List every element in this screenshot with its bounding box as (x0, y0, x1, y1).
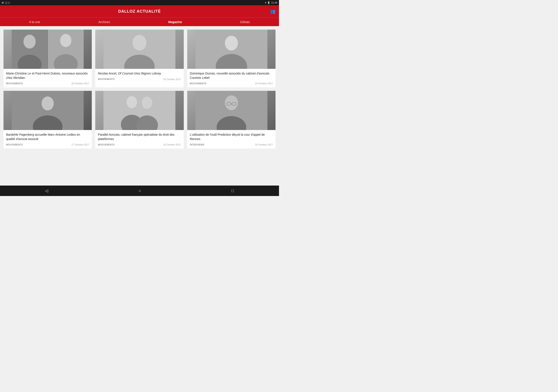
article-svg-5 (95, 91, 183, 130)
nav-item-debats[interactable]: Débats (236, 18, 254, 26)
main-nav: A la une Archives Magazine Débats (0, 17, 279, 26)
svg-point-20 (142, 97, 152, 109)
svg-point-9 (132, 35, 147, 51)
article-category-4: MOUVEMENTS (6, 144, 23, 146)
svg-point-5 (60, 34, 71, 47)
article-title-5: Parallel Avocats, cabinet français spéci… (98, 133, 181, 141)
article-card-5[interactable]: Parallel Avocats, cabinet français spéci… (95, 91, 183, 149)
nav-item-archives[interactable]: Archives (94, 18, 114, 26)
android-icon-2: ❑ (5, 1, 7, 4)
app-title: DALLOZ ACTUALITÉ (118, 9, 161, 14)
article-meta-6: INTERVIEWS 16 Octobre 2017 (190, 143, 273, 146)
article-image-4 (3, 91, 92, 130)
article-title-3: Dominique Dumas, nouvelle associée du ca… (190, 71, 273, 80)
svg-point-18 (127, 96, 137, 108)
article-category-3: MOUVEMENTS (190, 82, 207, 85)
article-meta-1: MOUVEMENTS 26 Octobre 2017 (6, 82, 89, 85)
article-date-5: 16 Octobre 2017 (163, 143, 181, 146)
article-category-5: MOUVEMENTS (98, 144, 115, 146)
app-header: DALLOZ ACTUALITÉ 👥 (0, 5, 279, 17)
svg-point-15 (42, 96, 54, 111)
article-body-1: Marie-Christine Le et Paul-Henri Dubois,… (3, 69, 92, 87)
status-right-icons: ▾ 🔋 11:34 (265, 1, 277, 4)
article-title-4: Bardehle Pagenberg accueille Marc-Antoin… (6, 133, 89, 141)
article-svg-3 (187, 30, 276, 69)
nav-item-a-la-une[interactable]: A la une (25, 18, 45, 26)
back-button[interactable]: ◁ (45, 188, 48, 193)
article-body-5: Parallel Avocats, cabinet français spéci… (95, 130, 183, 149)
main-content: Marie-Christine Le et Paul-Henri Dubois,… (0, 26, 279, 186)
article-image-2 (95, 30, 183, 69)
article-image-6 (187, 91, 276, 130)
article-title-1: Marie-Christine Le et Paul-Henri Dubois,… (6, 71, 89, 80)
article-title-6: L'utilisation de l'outil Predictice déço… (190, 133, 273, 141)
article-svg-6 (187, 91, 276, 130)
article-svg-1 (3, 30, 92, 69)
article-title-2: Nicolas Ancel, Of Counsel chez Bignon Le… (98, 71, 181, 76)
article-date-6: 16 Octobre 2017 (255, 143, 273, 146)
status-bar: ⊞ ❑ ▷ ▾ 🔋 11:34 (0, 0, 279, 5)
article-meta-4: MOUVEMENTS 17 Octobre 2017 (6, 143, 89, 146)
home-button[interactable]: ○ (139, 189, 141, 193)
bottom-nav-bar: ◁ ○ □ (0, 186, 279, 196)
article-meta-3: MOUVEMENTS 24 Octobre 2017 (190, 82, 273, 85)
svg-point-3 (24, 35, 36, 49)
article-svg-4 (3, 91, 92, 130)
recent-apps-button[interactable]: □ (231, 189, 234, 193)
article-body-2: Nicolas Ancel, Of Counsel chez Bignon Le… (95, 69, 183, 83)
article-date-2: 25 Octobre 2017 (163, 78, 181, 81)
status-left-icons: ⊞ ❑ ▷ (2, 1, 10, 4)
articles-grid: Marie-Christine Le et Paul-Henri Dubois,… (3, 30, 276, 149)
article-category-6: INTERVIEWS (190, 144, 204, 146)
wifi-icon: ▾ (265, 1, 266, 4)
battery-icon: 🔋 (267, 1, 270, 4)
article-body-4: Bardehle Pagenberg accueille Marc-Antoin… (3, 130, 92, 149)
article-card-4[interactable]: Bardehle Pagenberg accueille Marc-Antoin… (3, 91, 92, 149)
nav-item-magazine[interactable]: Magazine (164, 18, 186, 26)
android-icon-1: ⊞ (2, 1, 4, 4)
time-display: 11:34 (271, 1, 277, 4)
android-icon-3: ▷ (9, 1, 10, 4)
article-date-1: 26 Octobre 2017 (71, 82, 89, 85)
article-card-3[interactable]: Dominique Dumas, nouvelle associée du ca… (187, 30, 276, 87)
article-image-5 (95, 91, 183, 130)
article-card-2[interactable]: Nicolas Ancel, Of Counsel chez Bignon Le… (95, 30, 183, 87)
article-meta-2: MOUVEMENTS 25 Octobre 2017 (98, 78, 181, 81)
article-svg-2 (95, 30, 183, 69)
article-card-1[interactable]: Marie-Christine Le et Paul-Henri Dubois,… (3, 30, 92, 87)
article-body-3: Dominique Dumas, nouvelle associée du ca… (187, 69, 276, 87)
article-image-3 (187, 30, 276, 69)
article-date-4: 17 Octobre 2017 (71, 143, 89, 146)
article-category-1: MOUVEMENTS (6, 82, 23, 85)
svg-point-12 (225, 36, 238, 51)
users-icon[interactable]: 👥 (270, 9, 276, 14)
article-card-6[interactable]: L'utilisation de l'outil Predictice déço… (187, 91, 276, 149)
article-category-2: MOUVEMENTS (98, 78, 115, 80)
article-image-1 (3, 30, 92, 69)
article-meta-5: MOUVEMENTS 16 Octobre 2017 (98, 143, 181, 146)
svg-point-23 (225, 95, 238, 110)
article-body-6: L'utilisation de l'outil Predictice déço… (187, 130, 276, 149)
article-date-3: 24 Octobre 2017 (255, 82, 273, 85)
